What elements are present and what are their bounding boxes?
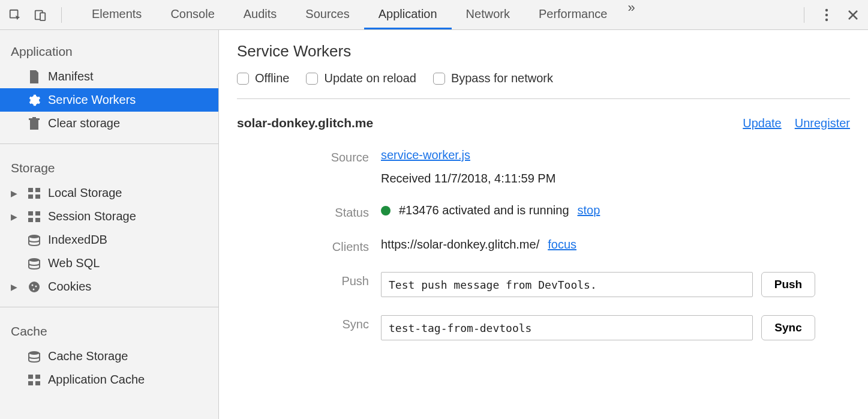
- panel-tabs: Elements Console Audits Sources Applicat…: [77, 0, 641, 29]
- svg-rect-2: [40, 13, 45, 20]
- source-label: Source: [237, 148, 369, 164]
- tab-elements[interactable]: Elements: [77, 0, 156, 29]
- sidebar-item-cache-storage[interactable]: Cache Storage: [0, 345, 218, 368]
- expand-icon[interactable]: ▶: [11, 282, 19, 292]
- separator: [61, 7, 62, 23]
- svg-rect-18: [35, 218, 40, 222]
- sidebar-item-websql[interactable]: Web SQL: [0, 252, 218, 275]
- sidebar-section-cache: Cache: [0, 316, 218, 345]
- svg-point-25: [29, 351, 40, 355]
- sidebar-item-label: Session Storage: [48, 210, 136, 223]
- svg-point-5: [825, 18, 828, 20]
- more-tabs-icon[interactable]: »: [621, 0, 641, 29]
- inspect-icon[interactable]: [7, 7, 23, 23]
- tab-sources[interactable]: Sources: [291, 0, 364, 29]
- svg-rect-11: [28, 188, 33, 192]
- svg-rect-16: [35, 211, 40, 216]
- sidebar-item-service-workers[interactable]: Service Workers: [0, 88, 218, 112]
- sidebar-item-cookies[interactable]: ▶ Cookies: [0, 275, 218, 298]
- svg-point-22: [32, 284, 34, 286]
- sidebar-item-local-storage[interactable]: ▶ Local Storage: [0, 181, 218, 205]
- svg-point-3: [825, 8, 828, 11]
- client-url: https://solar-donkey.glitch.me/: [381, 238, 539, 252]
- devtools-toolbar: Elements Console Audits Sources Applicat…: [0, 0, 868, 30]
- sw-options-row: Offline Update on reload Bypass for netw…: [237, 71, 850, 99]
- device-toggle-icon[interactable]: [32, 7, 48, 23]
- sidebar-item-label: Cookies: [48, 280, 91, 294]
- svg-rect-26: [28, 375, 33, 379]
- stop-link[interactable]: stop: [578, 203, 600, 217]
- sidebar-item-label: Service Workers: [48, 93, 136, 107]
- sidebar-item-label: Manifest: [48, 70, 94, 83]
- sidebar-item-session-storage[interactable]: ▶ Session Storage: [0, 205, 218, 228]
- svg-point-4: [825, 13, 828, 16]
- checkbox-icon: [433, 73, 445, 85]
- origin-row: solar-donkey.glitch.me Update Unregister: [237, 116, 850, 130]
- sidebar-item-label: Cache Storage: [48, 349, 128, 363]
- origin-name: solar-donkey.glitch.me: [237, 116, 373, 130]
- database-icon: [28, 350, 41, 363]
- grid-icon: [28, 210, 41, 223]
- tab-performance[interactable]: Performance: [524, 0, 622, 29]
- sidebar-item-label: Local Storage: [48, 186, 122, 200]
- sync-input[interactable]: [381, 315, 753, 340]
- svg-point-21: [29, 282, 40, 292]
- svg-point-19: [29, 235, 40, 238]
- svg-rect-28: [28, 381, 33, 385]
- sidebar-item-manifest[interactable]: Manifest: [0, 65, 218, 88]
- status-label: Status: [237, 203, 369, 220]
- expand-icon[interactable]: ▶: [11, 188, 19, 198]
- status-dot-icon: [381, 206, 391, 216]
- sync-button[interactable]: Sync: [761, 315, 815, 340]
- svg-rect-10: [32, 117, 36, 118]
- tab-network[interactable]: Network: [452, 0, 524, 29]
- sidebar-section-storage: Storage: [0, 152, 218, 181]
- database-icon: [28, 257, 41, 270]
- sync-label: Sync: [237, 315, 369, 331]
- tab-audits[interactable]: Audits: [229, 0, 292, 29]
- expand-icon[interactable]: ▶: [11, 212, 19, 222]
- checkbox-icon: [237, 73, 249, 85]
- source-received: Received 11/7/2018, 4:11:59 PM: [381, 172, 850, 185]
- offline-checkbox[interactable]: Offline: [237, 71, 289, 85]
- source-file-link[interactable]: service-worker.js: [381, 148, 850, 162]
- sidebar-item-application-cache[interactable]: Application Cache: [0, 368, 218, 391]
- push-button[interactable]: Push: [761, 272, 815, 297]
- separator: [0, 307, 218, 307]
- svg-rect-13: [28, 194, 33, 199]
- bypass-checkbox[interactable]: Bypass for network: [433, 71, 553, 85]
- database-icon: [28, 234, 41, 247]
- svg-point-24: [33, 288, 35, 290]
- update-on-reload-checkbox[interactable]: Update on reload: [306, 71, 416, 85]
- sidebar-item-label: Clear storage: [48, 116, 120, 130]
- sidebar-item-indexeddb[interactable]: IndexedDB: [0, 228, 218, 252]
- push-input[interactable]: [381, 272, 753, 297]
- separator: [0, 143, 218, 144]
- sidebar-item-label: Application Cache: [48, 373, 145, 387]
- gear-icon: [28, 94, 41, 107]
- panel-title: Service Workers: [237, 42, 850, 61]
- svg-rect-12: [35, 188, 40, 192]
- kebab-menu-icon[interactable]: [819, 7, 834, 23]
- sidebar-item-clear-storage[interactable]: Clear storage: [0, 112, 218, 135]
- checkbox-label: Offline: [255, 71, 289, 85]
- tab-application[interactable]: Application: [364, 0, 452, 29]
- status-text: #13476 activated and is running: [399, 203, 569, 217]
- update-link[interactable]: Update: [743, 116, 782, 130]
- svg-point-20: [29, 258, 40, 262]
- svg-rect-8: [30, 120, 38, 130]
- tab-console[interactable]: Console: [156, 0, 229, 29]
- focus-link[interactable]: focus: [548, 238, 576, 252]
- svg-rect-14: [35, 194, 40, 199]
- checkbox-label: Bypass for network: [451, 71, 553, 85]
- service-workers-panel: Service Workers Offline Update on reload…: [219, 30, 868, 419]
- svg-rect-17: [28, 218, 33, 222]
- svg-rect-15: [28, 211, 33, 216]
- cookie-icon: [28, 280, 41, 294]
- trash-icon: [28, 117, 41, 130]
- push-label: Push: [237, 272, 369, 288]
- checkbox-label: Update on reload: [324, 71, 416, 85]
- close-icon[interactable]: [845, 7, 861, 23]
- unregister-link[interactable]: Unregister: [795, 116, 850, 130]
- document-icon: [28, 70, 41, 83]
